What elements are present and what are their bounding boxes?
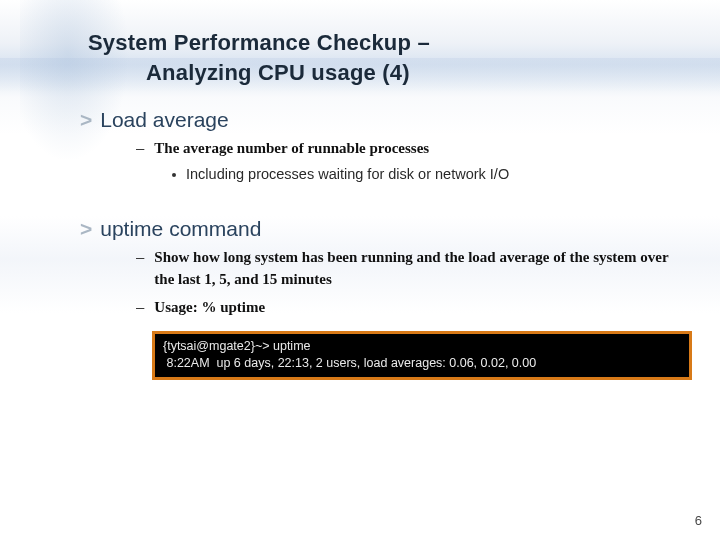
section-heading: Load average <box>100 108 228 132</box>
page-number: 6 <box>695 513 702 528</box>
bullet-icon <box>172 173 176 177</box>
title-line2: Analyzing CPU usage (4) <box>146 58 674 88</box>
sub-item: – The average number of runnable process… <box>136 138 674 160</box>
dash-icon: – <box>136 138 144 158</box>
sub-text: Usage: % uptime <box>154 297 265 319</box>
sub-item: – Show how long system has been running … <box>136 247 674 291</box>
sub2-item: Including processes waiting for disk or … <box>172 164 674 184</box>
slide: System Performance Checkup – Analyzing C… <box>0 0 720 540</box>
dash-icon: – <box>136 297 144 317</box>
arrow-icon: > <box>80 109 92 130</box>
sub-text: Show how long system has been running an… <box>154 247 674 291</box>
spacer <box>46 188 674 210</box>
section-row: > Load average <box>80 107 674 132</box>
terminal-output: {tytsai@mgate2}~> uptime 8:22AM up 6 day… <box>152 331 692 381</box>
section-row: > uptime command <box>80 216 674 241</box>
title-line1: System Performance Checkup – <box>88 30 430 55</box>
section-load-average: > Load average – The average number of r… <box>80 107 674 184</box>
sub-item: – Usage: % uptime <box>136 297 674 319</box>
code-line2: 8:22AM up 6 days, 22:13, 2 users, load a… <box>163 356 536 370</box>
sub2-text: Including processes waiting for disk or … <box>186 164 509 184</box>
sub-text: The average number of runnable processes <box>154 138 429 160</box>
section-heading: uptime command <box>100 217 261 241</box>
section-uptime: > uptime command – Show how long system … <box>80 216 674 380</box>
slide-title: System Performance Checkup – Analyzing C… <box>88 28 674 87</box>
code-line1: {tytsai@mgate2}~> uptime <box>163 339 311 353</box>
dash-icon: – <box>136 247 144 267</box>
arrow-icon: > <box>80 218 92 239</box>
